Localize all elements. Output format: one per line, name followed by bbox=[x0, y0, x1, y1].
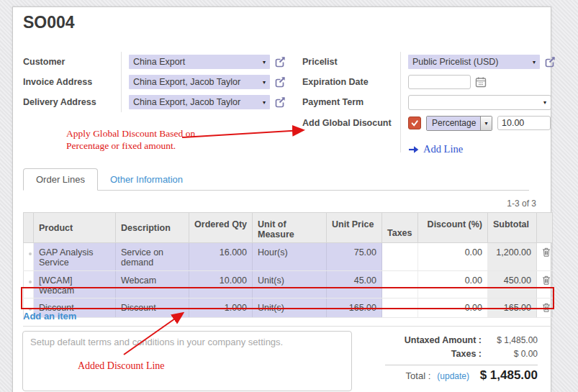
cell-taxes[interactable] bbox=[382, 243, 418, 271]
update-total-link[interactable]: (update) bbox=[437, 371, 469, 381]
table-row[interactable]: [WCAM] Webcam Webcam 10.000 Unit(s) 45.0… bbox=[24, 271, 553, 298]
delivery-address-select[interactable]: China Export, Jacob Taylor ▾ bbox=[129, 95, 270, 109]
table-row[interactable]: GAP Analysis Service Service on demand 1… bbox=[24, 243, 553, 271]
terms-textarea[interactable] bbox=[22, 331, 352, 391]
cell-description[interactable]: Discount bbox=[116, 298, 189, 318]
cell-price[interactable]: 75.00 bbox=[327, 243, 382, 271]
col-discount[interactable]: Discount (%) bbox=[418, 213, 488, 243]
total-label: Total : bbox=[406, 370, 431, 381]
payment-term-select[interactable]: ▾ bbox=[408, 95, 551, 110]
cell-uom[interactable]: Unit(s) bbox=[253, 271, 327, 298]
untaxed-amount-row: Untaxed Amount : $ 1,485.00 bbox=[385, 334, 538, 347]
tab-order-lines[interactable]: Order Lines bbox=[23, 168, 98, 191]
drag-handle bbox=[24, 271, 34, 298]
annotation-added-discount-line: Added Discount Line bbox=[78, 360, 165, 372]
invoice-address-external-link-icon[interactable] bbox=[274, 76, 286, 88]
customer-select[interactable]: China Export ▾ bbox=[129, 55, 270, 69]
discount-type-value: Percentage bbox=[427, 117, 480, 130]
customer-label: Customer bbox=[23, 57, 121, 67]
cell-price[interactable]: -165.00 bbox=[327, 298, 382, 318]
cell-discount[interactable]: 0.00 bbox=[418, 271, 488, 298]
annotation-global-discount: Apply Global Discount Based on Percentag… bbox=[66, 127, 195, 152]
global-discount-checkbox[interactable] bbox=[408, 117, 421, 129]
annotation-line: Apply Global Discount Based on bbox=[66, 127, 195, 140]
cell-description[interactable]: Webcam bbox=[116, 271, 189, 298]
customer-row: Customer China Export ▾ bbox=[23, 52, 297, 72]
cell-subtotal: 450.00 bbox=[488, 271, 537, 298]
total-row: Total : (update) $ 1,485.00 bbox=[385, 368, 538, 383]
delivery-address-label: Delivery Address bbox=[23, 97, 121, 107]
delete-row-button[interactable] bbox=[537, 243, 553, 271]
expiration-date-row: Expiration Date bbox=[302, 72, 561, 92]
global-discount-label: Add Global Disocunt bbox=[302, 118, 400, 128]
expiration-date-label: Expiration Date bbox=[302, 77, 400, 87]
col-unit-of-measure[interactable]: Unit of Measure bbox=[253, 213, 327, 243]
drag-handle bbox=[24, 243, 34, 271]
col-unit-price[interactable]: Unit Price bbox=[327, 213, 382, 243]
cell-qty[interactable]: 10.000 bbox=[189, 271, 253, 298]
pricelist-row: Pricelist Public Pricelist (USD) ▾ bbox=[302, 52, 561, 72]
invoice-address-row: Invoice Address China Export, Jacob Tayl… bbox=[23, 72, 297, 92]
checkmark-icon bbox=[410, 119, 419, 127]
cell-discount[interactable]: 0.00 bbox=[418, 243, 488, 271]
add-line-link[interactable]: Add Line bbox=[408, 143, 463, 155]
add-line-row: Add Line bbox=[302, 134, 561, 152]
cell-subtotal: -165.00 bbox=[488, 298, 537, 318]
delete-row-button[interactable] bbox=[537, 298, 553, 318]
tab-other-information[interactable]: Other Information bbox=[98, 169, 195, 190]
chevron-down-icon: ▾ bbox=[258, 59, 266, 65]
cell-product[interactable]: GAP Analysis Service bbox=[34, 243, 116, 271]
customer-field-group: Customer China Export ▾ Invoice Address … bbox=[23, 52, 297, 112]
invoice-address-select[interactable]: China Export, Jacob Taylor ▾ bbox=[129, 75, 270, 89]
cell-uom[interactable]: Unit(s) bbox=[253, 298, 327, 318]
table-header-row: Product Description Ordered Qty Unit of … bbox=[24, 213, 553, 243]
delivery-address-row: Delivery Address China Export, Jacob Tay… bbox=[23, 92, 297, 112]
untaxed-amount-value: $ 1,485.00 bbox=[482, 334, 538, 347]
taxes-value: $ 0.00 bbox=[482, 347, 538, 361]
add-an-item-link[interactable]: Add an item bbox=[23, 311, 76, 322]
cell-taxes[interactable] bbox=[382, 271, 418, 298]
untaxed-amount-label: Untaxed Amount : bbox=[405, 334, 482, 347]
total-value: $ 1,485.00 bbox=[476, 368, 538, 383]
add-line-label: Add Line bbox=[423, 143, 463, 155]
pricelist-external-link-icon[interactable] bbox=[543, 55, 556, 68]
col-product[interactable]: Product bbox=[34, 213, 116, 243]
trash-icon bbox=[542, 275, 551, 285]
pager[interactable]: 1-3 of 3 bbox=[23, 199, 536, 209]
cell-qty[interactable]: 16.000 bbox=[189, 243, 253, 271]
col-subtotal[interactable]: Subtotal bbox=[488, 213, 537, 243]
col-taxes[interactable]: Taxes bbox=[382, 213, 418, 243]
chevron-down-icon: ▾ bbox=[543, 99, 546, 106]
payment-term-label: Payment Term bbox=[302, 97, 400, 107]
trash-icon bbox=[542, 303, 551, 312]
delivery-address-value: China Export, Jacob Taylor bbox=[133, 97, 240, 107]
pricelist-select[interactable]: Public Pricelist (USD) ▾ bbox=[408, 55, 540, 69]
cell-uom[interactable]: Hour(s) bbox=[253, 243, 327, 271]
discount-amount-input[interactable] bbox=[497, 116, 551, 130]
cell-product[interactable]: [WCAM] Webcam bbox=[34, 271, 116, 298]
calendar-icon[interactable] bbox=[475, 76, 487, 88]
customer-external-link-icon[interactable] bbox=[274, 55, 286, 68]
delivery-address-external-link-icon[interactable] bbox=[274, 96, 286, 109]
invoice-address-value: China Export, Jacob Taylor bbox=[133, 77, 240, 87]
notebook-tabs: Order Lines Other Information bbox=[23, 169, 529, 191]
delete-row-button[interactable] bbox=[537, 271, 553, 298]
col-ordered-qty[interactable]: Ordered Qty bbox=[189, 213, 253, 243]
trash-icon bbox=[542, 247, 551, 257]
customer-value: China Export bbox=[133, 57, 185, 67]
pricelist-value: Public Pricelist (USD) bbox=[412, 57, 498, 67]
chevron-down-icon: ▾ bbox=[258, 99, 266, 106]
chevron-down-icon[interactable]: ▾ bbox=[480, 117, 492, 130]
cell-price[interactable]: 45.00 bbox=[327, 271, 382, 298]
cell-description[interactable]: Service on demand bbox=[116, 243, 189, 271]
section-divider bbox=[23, 326, 552, 327]
table-row-discount[interactable]: Discount Discount 1.000 Unit(s) -165.00 … bbox=[24, 298, 553, 318]
col-description[interactable]: Description bbox=[116, 213, 189, 243]
cell-discount[interactable]: 0.00 bbox=[418, 298, 488, 318]
expiration-date-input[interactable] bbox=[408, 75, 471, 89]
cell-taxes[interactable] bbox=[382, 298, 418, 318]
discount-type-select[interactable]: Percentage ▾ bbox=[426, 116, 492, 131]
cell-qty[interactable]: 1.000 bbox=[189, 298, 253, 318]
taxes-row: Taxes : $ 0.00 bbox=[385, 347, 538, 361]
arrow-right-icon bbox=[408, 145, 419, 154]
